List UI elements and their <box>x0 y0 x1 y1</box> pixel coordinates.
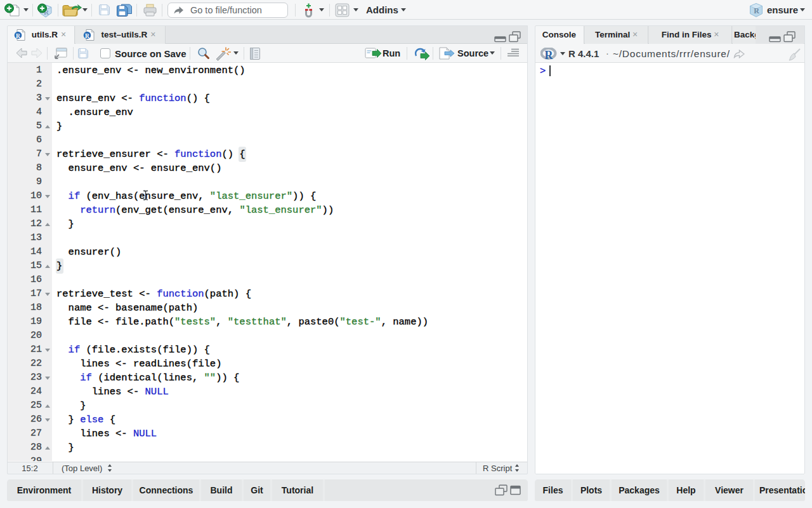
svg-text:R: R <box>754 6 759 15</box>
svg-text:R: R <box>85 33 89 39</box>
svg-text:R: R <box>545 49 554 61</box>
svg-text:R: R <box>16 33 20 39</box>
